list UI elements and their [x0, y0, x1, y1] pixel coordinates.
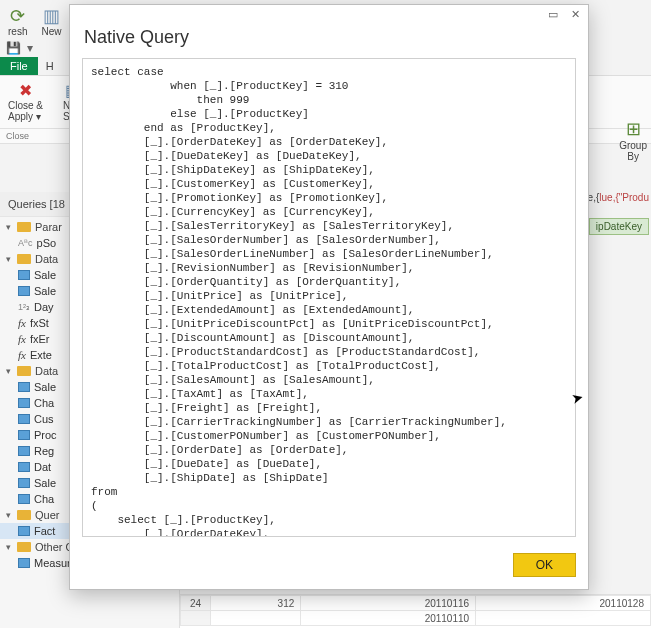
folder-icon: [17, 542, 31, 552]
grid-table: 24 312 20110116 20110128 20110110: [180, 595, 651, 626]
group-by-icon: ⊞: [619, 118, 647, 140]
folder-label: Quer: [35, 509, 59, 521]
query-label: Cus: [34, 413, 54, 425]
sql-text[interactable]: select case when [_].[ProductKey] = 310 …: [83, 59, 575, 536]
folder-icon: [17, 254, 31, 264]
query-label: Cha: [34, 397, 54, 409]
table-icon: [18, 382, 30, 392]
save-icon[interactable]: 💾: [6, 41, 21, 55]
cell[interactable]: 20110128: [476, 596, 651, 611]
tab-home[interactable]: H: [38, 57, 62, 75]
query-label: Cha: [34, 493, 54, 505]
tab-file[interactable]: File: [0, 57, 38, 75]
query-label: Fact: [34, 525, 55, 537]
refresh-label: resh: [8, 26, 27, 37]
qat-sep: ▾: [27, 41, 33, 55]
folder-label: Data: [35, 365, 58, 377]
new-label: New: [41, 26, 61, 37]
formula-bar-tail: lue,{lue,{"Produ: [580, 192, 649, 203]
folder-icon: [17, 222, 31, 232]
refresh-button[interactable]: ⟳ resh: [4, 4, 31, 39]
ok-button[interactable]: OK: [513, 553, 576, 577]
group-by-button[interactable]: ⊞ Group By: [619, 118, 647, 162]
dialog-titlebar: ▭ ✕: [70, 5, 588, 25]
close-apply-button[interactable]: ✖ Close & Apply ▾: [4, 80, 47, 124]
query-label: Reg: [34, 445, 54, 457]
table-icon: [18, 430, 30, 440]
query-label: pSo: [37, 237, 57, 249]
maximize-button[interactable]: ▭: [542, 7, 564, 23]
refresh-icon: ⟳: [10, 6, 25, 26]
native-query-dialog: ▭ ✕ Native Query select case when [_].[P…: [69, 4, 589, 590]
new-button[interactable]: ▥ New: [37, 4, 65, 39]
row-number: 24: [181, 596, 211, 611]
folder-label: Parar: [35, 221, 62, 233]
fx-icon: fx: [18, 317, 26, 329]
table-icon: [18, 494, 30, 504]
table-icon: [18, 478, 30, 488]
num-icon: 1²₃: [18, 302, 30, 312]
query-label: fxSt: [30, 317, 49, 329]
dialog-title: Native Query: [70, 25, 588, 58]
folder-icon: [17, 366, 31, 376]
query-label: Sale: [34, 269, 56, 281]
fx-icon: fx: [18, 349, 26, 361]
table-row[interactable]: 20110110: [181, 611, 651, 626]
cell[interactable]: 20110116: [301, 596, 476, 611]
formula-text: lue,{lue,{"Produ: [580, 192, 649, 203]
query-label: Proc: [34, 429, 57, 441]
dialog-footer: OK: [70, 545, 588, 589]
query-label: fxEr: [30, 333, 50, 345]
table-icon: [18, 446, 30, 456]
table-icon: [18, 414, 30, 424]
query-label: Sale: [34, 285, 56, 297]
close-button[interactable]: ✕: [564, 7, 586, 23]
fx-icon: fx: [18, 333, 26, 345]
text-icon: Aᴮc: [18, 238, 33, 248]
close-icon: ✖: [19, 82, 32, 100]
table-icon: [18, 558, 30, 568]
table-icon: [18, 286, 30, 296]
folder-icon: [17, 510, 31, 520]
query-label: Sale: [34, 381, 56, 393]
table-icon: [18, 270, 30, 280]
dialog-body: select case when [_].[ProductKey] = 310 …: [82, 58, 576, 537]
cell[interactable]: 312: [211, 596, 301, 611]
query-label: Day: [34, 301, 54, 313]
close-group-label: Close: [0, 129, 35, 143]
column-chip-shipdatekey[interactable]: ipDateKey: [589, 218, 649, 235]
table-icon: [18, 526, 30, 536]
query-label: Sale: [34, 477, 56, 489]
table-icon: [18, 462, 30, 472]
cell[interactable]: [476, 611, 651, 626]
query-label: Dat: [34, 461, 51, 473]
query-label: Exte: [30, 349, 52, 361]
close-apply-label: Close & Apply ▾: [8, 100, 43, 122]
table-icon: [18, 398, 30, 408]
cell[interactable]: [211, 611, 301, 626]
row-number: [181, 611, 211, 626]
folder-label: Data: [35, 253, 58, 265]
cell[interactable]: 20110110: [301, 611, 476, 626]
table-row[interactable]: 24 312 20110116 20110128: [181, 596, 651, 611]
preview-grid[interactable]: 24 312 20110116 20110128 20110110: [180, 594, 651, 628]
group-by-label: Group By: [619, 140, 647, 162]
new-icon: ▥: [43, 6, 60, 26]
